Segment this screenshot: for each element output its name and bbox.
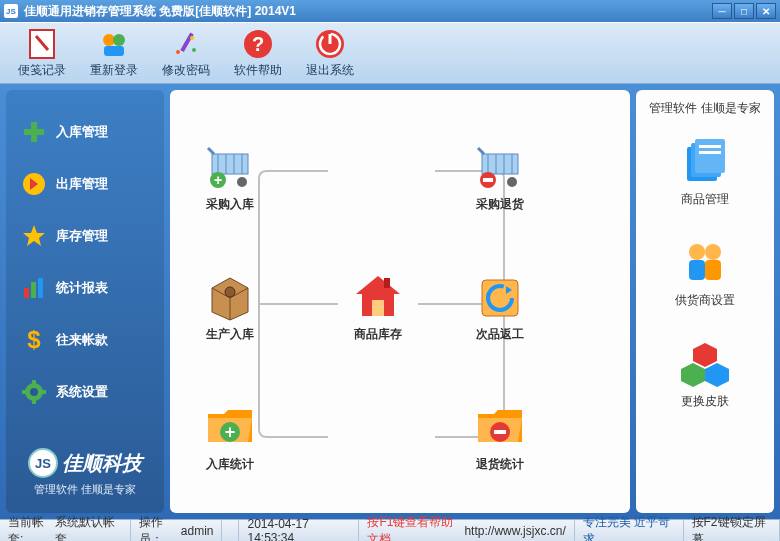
people-icon — [681, 238, 729, 286]
main-item-in-stats[interactable]: + 入库统计 — [190, 400, 270, 473]
right-item-products[interactable]: 商品管理 — [681, 137, 729, 208]
main-item-purchase-return[interactable]: 采购退货 — [460, 140, 540, 213]
main-item-label: 采购退货 — [476, 196, 524, 213]
note-icon — [26, 28, 58, 60]
sidebar-item-outstock[interactable]: 出库管理 — [14, 162, 156, 206]
sidebar-item-label: 系统设置 — [56, 383, 108, 401]
main-item-rework[interactable]: 次品返工 — [460, 270, 540, 343]
svg-rect-59 — [695, 139, 725, 173]
titlebar: JS 佳顺通用进销存管理系统 免费版[佳顺软件] 2014V1 ─ □ ✕ — [0, 0, 780, 22]
main-item-inventory[interactable]: 商品库存 — [338, 270, 418, 343]
right-item-skin[interactable]: 更换皮肤 — [681, 339, 729, 410]
toolbar-label: 退出系统 — [306, 62, 354, 79]
right-panel: 管理软件 佳顺是专家 商品管理 供货商设置 更换皮肤 — [636, 90, 774, 513]
books-icon — [681, 137, 729, 185]
main-item-label: 入库统计 — [206, 456, 254, 473]
main-item-return-stats[interactable]: 退货统计 — [460, 400, 540, 473]
svg-rect-5 — [180, 32, 193, 51]
main-item-purchase-in[interactable]: + 采购入库 — [190, 140, 270, 213]
svg-rect-63 — [689, 260, 705, 280]
relogin-icon — [98, 28, 130, 60]
svg-text:?: ? — [252, 33, 264, 55]
minimize-button[interactable]: ─ — [712, 3, 732, 19]
sidebar-item-reports[interactable]: 统计报表 — [14, 266, 156, 310]
svg-rect-56 — [494, 430, 506, 434]
main-item-label: 采购入库 — [206, 196, 254, 213]
svg-point-6 — [176, 50, 180, 54]
sidebar-item-label: 入库管理 — [56, 123, 108, 141]
password-icon — [170, 28, 202, 60]
toolbar-help-button[interactable]: ? 软件帮助 — [224, 27, 292, 79]
sidebar-item-instock[interactable]: 入库管理 — [14, 110, 156, 154]
sidebar-item-label: 出库管理 — [56, 175, 108, 193]
toolbar-relogin-button[interactable]: 重新登录 — [80, 27, 148, 79]
toolbar-label: 修改密码 — [162, 62, 210, 79]
exit-icon — [314, 28, 346, 60]
main-item-label: 商品库存 — [354, 326, 402, 343]
svg-rect-25 — [22, 390, 26, 394]
help-link[interactable]: http://www.jsjxc.cn/ — [464, 524, 565, 538]
chart-icon — [22, 276, 46, 300]
svg-rect-61 — [699, 151, 721, 154]
toolbar-label: 便笺记录 — [18, 62, 66, 79]
svg-rect-41 — [372, 300, 384, 316]
status-datetime: 2014-04-17 14:53:34 — [239, 520, 359, 541]
star-icon — [22, 224, 46, 248]
close-button[interactable]: ✕ — [756, 3, 776, 19]
toolbar-exit-button[interactable]: 退出系统 — [296, 27, 364, 79]
svg-line-50 — [478, 148, 484, 154]
main-item-production-in[interactable]: 生产入库 — [190, 270, 270, 343]
dollar-icon: $ — [22, 328, 46, 352]
main-item-label: 次品返工 — [476, 326, 524, 343]
sidebar-item-label: 库存管理 — [56, 227, 108, 245]
svg-rect-18 — [31, 282, 36, 298]
status-account: 当前帐套:系统默认帐套 — [0, 520, 131, 541]
svg-rect-52 — [483, 178, 493, 182]
svg-line-34 — [208, 148, 214, 154]
svg-rect-43 — [482, 154, 518, 174]
svg-rect-42 — [384, 278, 390, 288]
app-icon: JS — [4, 4, 18, 18]
toolbar-password-button[interactable]: 修改密码 — [152, 27, 220, 79]
sidebar-item-inventory[interactable]: 库存管理 — [14, 214, 156, 258]
box-icon — [204, 270, 256, 322]
svg-point-49 — [507, 177, 517, 187]
svg-rect-27 — [212, 154, 248, 174]
main-item-label: 退货统计 — [476, 456, 524, 473]
status-spacer — [222, 520, 239, 541]
sidebar-item-payments[interactable]: $ 往来帐款 — [14, 318, 156, 362]
brand-logo: JS 佳顺科技 — [14, 448, 156, 478]
svg-text:+: + — [214, 172, 222, 188]
toolbar-label: 软件帮助 — [234, 62, 282, 79]
cubes-icon — [681, 339, 729, 387]
sidebar-item-settings[interactable]: 系统设置 — [14, 370, 156, 414]
svg-rect-19 — [38, 278, 43, 298]
maximize-button[interactable]: □ — [734, 3, 754, 19]
svg-rect-15 — [24, 129, 44, 135]
main-item-label: 生产入库 — [206, 326, 254, 343]
svg-point-7 — [190, 36, 194, 40]
svg-point-22 — [30, 388, 38, 396]
arrow-icon — [22, 172, 46, 196]
status-help: 按F1键查看帮助文档 http://www.jsjxc.cn/ — [359, 520, 574, 541]
cart-plus-icon: + — [204, 140, 256, 192]
right-item-suppliers[interactable]: 供货商设置 — [675, 238, 735, 309]
cart-minus-icon — [474, 140, 526, 192]
svg-point-38 — [225, 287, 235, 297]
svg-rect-23 — [32, 380, 36, 384]
sidebar-item-label: 统计报表 — [56, 279, 108, 297]
svg-point-64 — [705, 244, 721, 260]
status-lock: 按F2键锁定屏幕 — [684, 520, 780, 541]
svg-point-8 — [192, 48, 196, 52]
svg-rect-24 — [32, 400, 36, 404]
right-panel-title: 管理软件 佳顺是专家 — [649, 100, 760, 117]
sidebar-item-label: 往来帐款 — [56, 331, 108, 349]
toolbar-note-button[interactable]: 便笺记录 — [8, 27, 76, 79]
gear-icon — [22, 380, 46, 404]
sidebar-footer: JS 佳顺科技 管理软件 佳顺是专家 — [14, 440, 156, 505]
help-icon: ? — [242, 28, 274, 60]
connector-line — [258, 303, 338, 305]
toolbar: 便笺记录 重新登录 修改密码 ? 软件帮助 退出系统 — [0, 22, 780, 84]
right-item-label: 供货商设置 — [675, 292, 735, 309]
svg-point-3 — [113, 34, 125, 46]
